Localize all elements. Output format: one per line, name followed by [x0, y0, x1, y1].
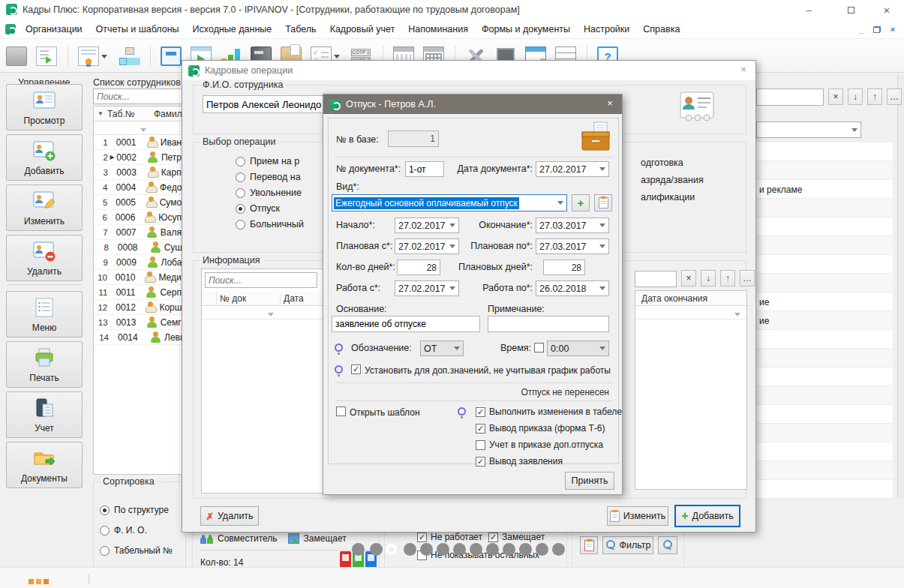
safe-toolbar-button[interactable]	[161, 44, 182, 68]
maximize-button[interactable]	[837, 1, 864, 19]
column-header-end-date[interactable]: Дата окончания	[635, 293, 707, 304]
menu-item[interactable]: Формы и документы	[475, 21, 577, 38]
more-button[interactable]: …	[887, 88, 902, 105]
start-date-combo[interactable]: 27.02.2017	[395, 218, 459, 233]
move-down-button[interactable]: ↓	[701, 270, 716, 286]
column-header-docnum[interactable]: № док	[217, 293, 280, 304]
org-chart-toolbar-button[interactable]	[119, 44, 140, 68]
more-button[interactable]: …	[740, 270, 755, 286]
operation-option[interactable]: Увольнение	[236, 188, 302, 198]
radio-icon[interactable]	[100, 546, 110, 556]
doc-date-combo[interactable]: 27.02.2017	[536, 161, 609, 177]
checkbox[interactable]	[417, 550, 427, 560]
filter-caret-icon[interactable]: ▼	[94, 110, 107, 117]
mark-combo[interactable]: ОТ	[420, 340, 464, 356]
plan-from-combo[interactable]: 27.02.2017	[395, 238, 459, 254]
plan-days-input[interactable]: 28	[543, 260, 585, 275]
column-header-date[interactable]: Дата	[280, 293, 304, 304]
checkbox[interactable]: ✓	[488, 532, 498, 542]
filter-dropdown-icon[interactable]	[734, 313, 740, 320]
sorting-option[interactable]: Ф. И. О.	[100, 525, 147, 536]
sidebar-button-docs[interactable]: Документы	[6, 442, 83, 488]
sidebar-button-print[interactable]: Печать	[6, 341, 83, 388]
operation-option[interactable]: Отпуск	[236, 203, 280, 214]
end-date-combo[interactable]: 27.03.2017	[536, 218, 609, 233]
table-row[interactable]: 110011Серпов	[94, 285, 191, 300]
add-button[interactable]: + Добавить	[674, 505, 740, 527]
bg-scrollbar[interactable]	[897, 75, 904, 499]
check-substitutes[interactable]: ✓ Замещает	[488, 532, 545, 542]
radio-icon[interactable]	[236, 188, 245, 198]
menu-item[interactable]: Напоминания	[401, 21, 475, 38]
radio-icon[interactable]	[100, 526, 110, 536]
info-right-search-input[interactable]	[635, 271, 677, 287]
output-check-item[interactable]: ✓Вывод приказа (форма Т-6)	[476, 423, 605, 434]
sorting-option[interactable]: По структуре	[100, 505, 169, 515]
sidebar-button-menu[interactable]: Меню	[6, 291, 83, 338]
table-row[interactable]: 100010Медина	[94, 270, 191, 285]
table-row[interactable]: 140014Левин	[94, 330, 191, 345]
note-input[interactable]	[488, 316, 609, 332]
move-down-button[interactable]: ↓	[848, 88, 863, 105]
table-row[interactable]: 120012Коршун	[94, 300, 191, 315]
mdi-close-button[interactable]: ×	[886, 23, 899, 35]
sidebar-button-add[interactable]: Добавить	[6, 134, 83, 181]
table-row[interactable]: 60006Юсупов	[94, 210, 191, 225]
radio-icon[interactable]	[236, 220, 245, 230]
table-row[interactable]: 2▶0002Петров	[94, 150, 191, 165]
open-template-checkbox[interactable]	[336, 406, 346, 416]
menu-item[interactable]: Настройки	[577, 21, 636, 38]
checkbox[interactable]: ✓	[476, 457, 485, 466]
bg-search-input[interactable]	[756, 88, 824, 106]
edit-kind-button[interactable]	[594, 194, 612, 212]
radio-icon[interactable]	[236, 204, 245, 214]
doc-num-input[interactable]	[405, 161, 444, 177]
table-row[interactable]: 90009Лобаче	[94, 255, 191, 270]
bg-filter-combo[interactable]	[756, 122, 861, 138]
time-combo[interactable]: 0:00	[547, 340, 609, 356]
check-hide-others[interactable]: Не показывать остальных	[417, 550, 539, 560]
work-from-combo[interactable]: 27.02.2017	[395, 280, 459, 296]
mdi-minimize-button[interactable]: _	[854, 23, 868, 35]
filter-dropdown-icon[interactable]	[268, 313, 274, 320]
column-header-tab[interactable]: Таб.№	[107, 109, 154, 119]
checkbox[interactable]: ✓	[476, 424, 485, 434]
days-input[interactable]: 28	[397, 260, 440, 275]
move-up-button[interactable]: ↑	[720, 270, 735, 286]
output-check-item[interactable]: ✓Выполнить изменения в табеле	[476, 406, 622, 417]
plan-to-combo[interactable]: 27.03.2017	[536, 238, 609, 254]
employee-list-toolbar-button[interactable]	[78, 44, 107, 68]
move-up-button[interactable]: ↑	[867, 88, 882, 105]
menu-item[interactable]: Организации	[19, 21, 89, 38]
set-additional-checkbox[interactable]: ✓	[351, 364, 361, 374]
dropdown-caret-icon[interactable]	[101, 55, 107, 62]
table-row[interactable]: 30003Карпен	[94, 165, 191, 180]
table-row[interactable]: 70007Валяев	[94, 225, 191, 240]
radio-icon[interactable]	[100, 506, 110, 515]
folder-toolbar-button[interactable]	[6, 44, 27, 68]
sorting-option[interactable]: Табельный №	[100, 545, 173, 556]
close-icon[interactable]: ×	[602, 98, 617, 111]
checkbox[interactable]	[476, 440, 485, 450]
sidebar-button-account[interactable]: Учет	[6, 392, 83, 438]
operation-option[interactable]: Прием на р	[236, 156, 299, 166]
menu-item[interactable]: Исходные данные	[186, 21, 279, 38]
accept-button[interactable]: Принять	[565, 472, 614, 490]
minimize-button[interactable]: –	[795, 1, 822, 19]
clear-button[interactable]: ×	[828, 88, 843, 105]
edit-button[interactable]: Изменить	[607, 506, 668, 526]
table-row[interactable]: 130013Семгин	[94, 315, 191, 330]
mdi-restore-button[interactable]	[870, 23, 884, 35]
operation-option[interactable]: Перевод на	[236, 172, 301, 182]
table-row[interactable]: 50005Сумова	[94, 195, 191, 210]
employee-filter-row[interactable]	[94, 122, 191, 135]
report-toolbar-button[interactable]	[36, 44, 57, 68]
menu-item[interactable]: Табель	[278, 21, 323, 38]
output-check-item[interactable]: ✓Вывод заявления	[476, 456, 563, 466]
menu-item[interactable]: Отчеты и шаблоны	[89, 21, 186, 38]
operation-option[interactable]: Больничный	[236, 219, 304, 230]
radio-icon[interactable]	[236, 157, 245, 166]
add-kind-button[interactable]: +	[572, 194, 590, 212]
info-right-header[interactable]: Дата окончания	[635, 291, 746, 306]
employee-table-header[interactable]: ▼ Таб.№ Фамили	[94, 106, 191, 122]
